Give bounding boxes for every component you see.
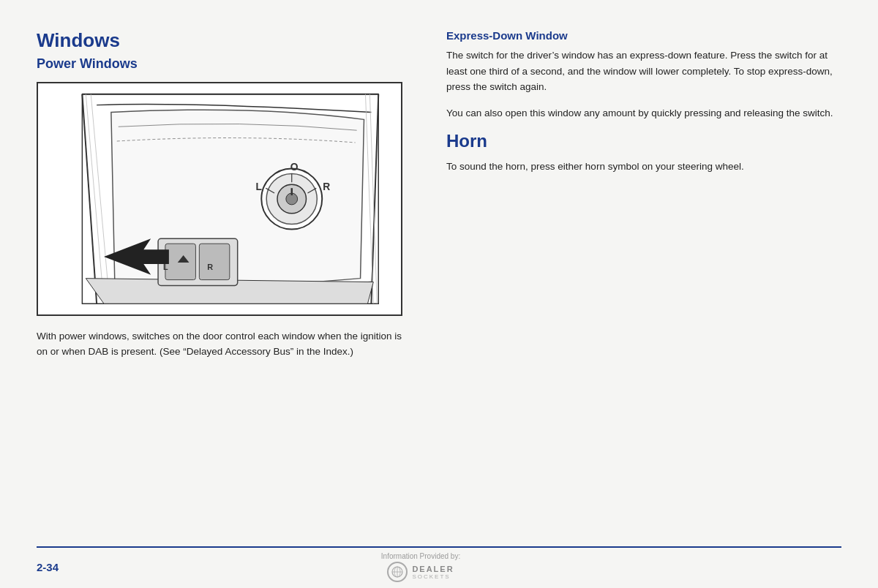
diagram-svg: L O R L xyxy=(38,83,401,314)
svg-rect-23 xyxy=(199,244,229,279)
main-title: Windows xyxy=(37,29,417,52)
svg-text:L: L xyxy=(255,181,262,192)
express-down-text-1: The switch for the driver’s window has a… xyxy=(446,48,841,95)
left-column: Windows Power Windows xyxy=(37,29,417,546)
express-down-heading: Express-Down Window xyxy=(446,29,841,42)
svg-text:O: O xyxy=(290,161,299,173)
footer-center: Information Provided by: DEALER SOCKETS xyxy=(381,552,460,582)
page-number: 2-34 xyxy=(37,561,59,573)
footer-logo-circle xyxy=(387,562,408,582)
footer-logo-label: DEALER xyxy=(412,565,454,573)
horn-text: To sound the horn, press either horn sym… xyxy=(446,159,841,175)
svg-text:R: R xyxy=(207,263,213,271)
horn-title: Horn xyxy=(446,131,841,151)
diagram-box: L O R L xyxy=(37,82,402,316)
dealer-logo-icon xyxy=(391,565,404,578)
right-column: Express-Down Window The switch for the d… xyxy=(446,29,841,546)
sub-title: Power Windows xyxy=(37,56,417,72)
footer-logo-text-group: DEALER SOCKETS xyxy=(412,565,454,580)
footer-logo-sub: SOCKETS xyxy=(412,573,454,580)
power-windows-body-text: With power windows, switches on the door… xyxy=(37,329,402,360)
express-down-text-2: You can also open this window any amount… xyxy=(446,105,841,121)
footer-logo: DEALER SOCKETS xyxy=(387,562,454,582)
svg-text:R: R xyxy=(323,181,330,192)
content-area: Windows Power Windows xyxy=(37,29,841,546)
footer-info-text: Information Provided by: xyxy=(381,552,460,560)
footer: 2-34 Information Provided by: DEALER SOC… xyxy=(37,546,841,588)
page: Windows Power Windows xyxy=(0,0,878,588)
